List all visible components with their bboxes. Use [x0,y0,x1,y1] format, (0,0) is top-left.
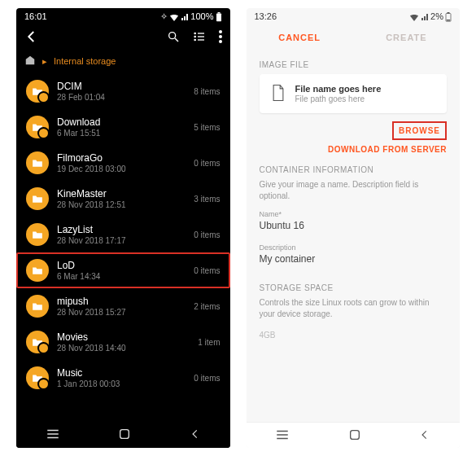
folder-name: Movies [57,331,190,343]
back-button[interactable] [24,29,39,46]
folder-name: Download [57,116,186,128]
list-icon[interactable] [193,30,206,45]
folder-row-kinemaster[interactable]: KineMaster28 Nov 2018 12:513 items [16,181,230,217]
section-storage: STORAGE SPACE [260,283,448,292]
folder-row-filmorago[interactable]: FilmoraGo19 Dec 2018 03:000 items [16,145,230,181]
folder-info: LazyList28 Nov 2018 17:17 [57,224,186,245]
more-vert-icon[interactable] [219,30,222,45]
status-indicators: 2% [409,11,452,21]
breadcrumb[interactable]: ▸ Internal storage [16,50,230,73]
cancel-button[interactable]: CANCEL [247,33,353,42]
folder-count: 8 items [194,87,220,96]
recents-icon[interactable] [46,428,60,441]
folder-icon [26,366,49,389]
svg-point-8 [194,39,196,42]
folder-info: Music1 Jan 2018 00:03 [57,367,186,388]
folder-date: 6 Mar 15:51 [57,129,186,138]
svg-point-4 [194,33,196,35]
folder-date: 19 Dec 2018 03:00 [57,164,186,173]
folder-date: 28 Nov 2018 15:27 [57,308,186,317]
folder-icon [26,331,49,353]
back-nav-icon[interactable] [190,428,201,441]
folder-date: 6 Mar 14:34 [57,272,186,281]
home-nav-icon[interactable] [118,428,131,442]
folder-count: 0 items [194,159,220,168]
section-container-info: CONTAINER INFORMATION [260,165,448,174]
signal-icon [421,11,429,21]
folder-row-lod[interactable]: LoD6 Mar 14:340 items [16,252,230,288]
folder-row-download[interactable]: Download6 Mar 15:515 items [16,109,230,145]
status-bar: 16:01 ✧ 100% [16,8,230,24]
recents-icon[interactable] [275,429,290,442]
wifi-icon [169,11,179,21]
svg-rect-7 [198,36,204,37]
name-label: Name* [260,210,448,218]
battery-pct: 2% [430,11,443,21]
form-content: IMAGE FILE File name goes here File path… [247,49,461,422]
status-bar: 13:26 2% [247,8,461,24]
folder-icon [26,80,49,103]
home-nav-icon[interactable] [348,428,361,443]
storage-desc: Controls the size Linux roots can grow t… [260,297,448,320]
section-image-file: IMAGE FILE [260,60,448,69]
folder-row-dcim[interactable]: DCIM28 Feb 01:048 items [16,73,230,109]
file-path: File path goes here [295,94,382,103]
svg-line-3 [175,38,178,42]
folder-icon [26,259,49,282]
folder-info: FilmoraGo19 Dec 2018 03:00 [57,152,186,173]
nav-bar [247,422,461,448]
folder-icon [26,187,49,210]
status-indicators: ✧ 100% [160,11,221,21]
app-bar [16,24,230,50]
create-button[interactable]: CREATE [353,33,460,42]
folder-row-mipush[interactable]: mipush28 Nov 2018 15:272 items [16,288,230,324]
folder-date: 1 Jan 2018 00:03 [57,379,186,388]
folder-name: LoD [57,260,186,271]
search-icon[interactable] [167,30,180,45]
svg-point-10 [219,30,222,33]
container-desc: Give your image a name. Description fiel… [260,179,448,202]
status-time: 13:26 [255,11,277,21]
folder-name: Music [57,367,186,379]
folder-row-movies[interactable]: Movies28 Nov 2018 14:401 item [16,324,230,360]
storage-value: 4GB [260,330,448,341]
folder-date: 28 Nov 2018 14:40 [57,344,190,353]
folder-info: LoD6 Mar 14:34 [57,260,186,281]
browse-button[interactable]: BROWSE [392,121,447,140]
folder-icon [26,223,49,246]
folder-info: KineMaster28 Nov 2018 12:51 [57,188,186,209]
download-from-server-button[interactable]: DOWNLOAD FROM SERVER [260,145,448,154]
name-field[interactable]: Name* Ubuntu 16 [260,210,448,235]
folder-name: FilmoraGo [57,152,186,164]
svg-point-11 [219,35,222,38]
folder-info: Movies28 Nov 2018 14:40 [57,331,190,353]
back-nav-icon[interactable] [419,429,430,442]
folder-info: mipush28 Nov 2018 15:27 [57,296,186,317]
description-field[interactable]: Description My container [260,243,448,269]
svg-point-6 [194,36,196,38]
folder-icon [26,151,49,174]
chevron-right-icon: ▸ [42,56,47,67]
folder-count: 1 item [198,338,220,347]
folder-date: 28 Nov 2018 17:17 [57,236,186,245]
svg-point-12 [219,40,222,43]
folder-count: 0 items [194,266,220,275]
description-value: My container [260,252,448,269]
folder-count: 0 items [194,374,220,383]
folder-count: 0 items [194,230,220,239]
folder-row-music[interactable]: Music1 Jan 2018 00:030 items [16,360,230,396]
svg-rect-16 [120,430,129,439]
file-card[interactable]: File name goes here File path goes here [260,74,448,113]
svg-rect-9 [198,39,204,40]
folder-count: 2 items [194,302,220,311]
svg-point-2 [168,33,175,39]
folder-name: mipush [57,296,186,307]
svg-rect-18 [447,20,451,21]
file-list: DCIM28 Feb 01:048 itemsDownload6 Mar 15:… [16,73,230,422]
signal-icon [181,11,189,21]
battery-full-icon [216,11,222,21]
folder-date: 28 Feb 01:04 [57,93,186,102]
folder-name: KineMaster [57,188,186,200]
svg-rect-19 [448,12,450,14]
folder-row-lazylist[interactable]: LazyList28 Nov 2018 17:170 items [16,217,230,252]
